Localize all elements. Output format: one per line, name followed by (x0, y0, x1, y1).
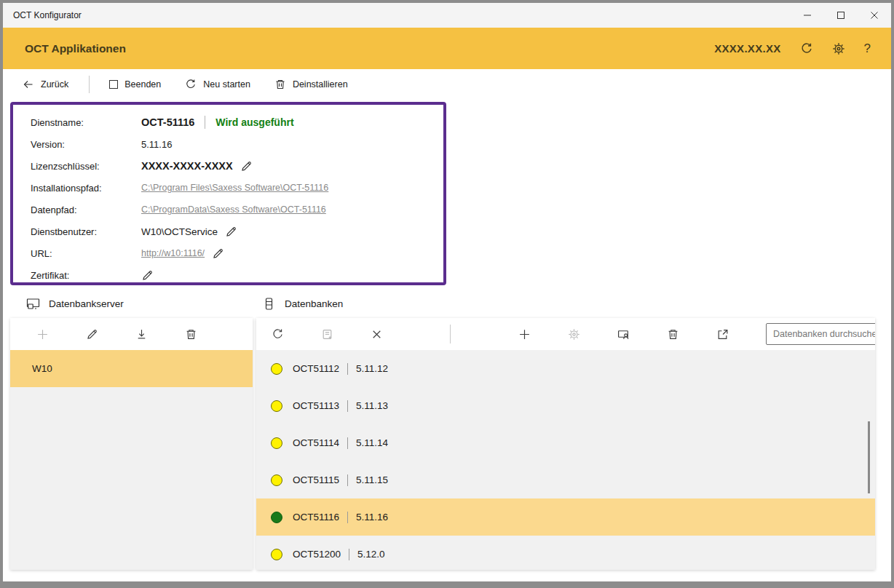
search-databases-input[interactable] (766, 323, 875, 345)
db-separator (347, 437, 348, 449)
db-version: 5.12.0 (357, 549, 385, 560)
databases-section-label: Datenbanken (285, 298, 343, 309)
data-path-label: Datenpfad: (31, 204, 141, 215)
data-path-row: Datenpfad: C:\ProgramData\Saxess Softwar… (31, 199, 443, 220)
version-text: XXXX.XX.XX (714, 42, 780, 55)
databases-list: OCT51112 5.11.12 OCT51113 5.11.13 OCT511… (256, 350, 875, 570)
service-user-label: Dienstbenutzer: (31, 226, 141, 237)
edit-url-icon[interactable] (212, 247, 224, 260)
trash-icon (274, 79, 286, 90)
install-path-label: Installationspfad: (31, 183, 141, 194)
database-list-item[interactable]: OCT51112 5.11.12 (256, 350, 875, 387)
db-name: OCT51115 (293, 474, 339, 485)
database-users-icon[interactable] (617, 328, 630, 341)
license-row: Lizenzschlüssel: XXXX-XXXX-XXXX (31, 155, 443, 177)
minimize-button[interactable] (791, 3, 824, 28)
delete-database-icon[interactable] (667, 328, 679, 341)
db-version: 5.11.13 (356, 400, 388, 411)
databases-toolbar (256, 318, 875, 350)
db-name: OCT51112 (293, 363, 339, 374)
edit-user-icon[interactable] (225, 226, 237, 238)
database-list-item[interactable]: OCT51200 5.12.0 (256, 536, 875, 570)
url-link[interactable]: http://w10:1116/ (141, 248, 205, 258)
service-status-badge: Wird ausgeführt (215, 116, 293, 128)
restart-service-button[interactable]: Neu starten (185, 79, 250, 90)
toolbar-divider (450, 325, 451, 343)
window-title: OCT Konfigurator (3, 10, 791, 20)
maximize-button[interactable] (824, 3, 858, 28)
url-row: URL: http://w10:1116/ (31, 242, 443, 264)
db-status-dot (271, 363, 282, 375)
minimize-icon (803, 11, 812, 20)
export-database-icon[interactable] (716, 328, 729, 341)
servers-section-title: Datenbankserver (26, 297, 124, 311)
action-toolbar: Zurück Beenden Neu starten Deinstalliere… (3, 69, 891, 100)
maximize-icon (836, 11, 845, 20)
import-server-icon[interactable] (135, 328, 148, 341)
database-list-item[interactable]: OCT51115 5.11.15 (256, 461, 875, 498)
db-version: 5.11.16 (356, 512, 388, 523)
db-status-dot (271, 400, 282, 412)
cancel-icon[interactable] (371, 328, 383, 341)
refresh-databases-icon[interactable] (272, 328, 284, 341)
database-list-item[interactable]: OCT51114 5.11.14 (256, 424, 875, 461)
db-version: 5.11.12 (356, 363, 388, 374)
uninstall-button[interactable]: Deinstallieren (274, 79, 348, 90)
db-separator (347, 512, 348, 523)
vertical-scrollbar[interactable] (868, 421, 870, 493)
db-separator (347, 400, 348, 412)
database-list-item[interactable]: OCT51113 5.11.13 (256, 387, 875, 424)
restart-icon (185, 79, 197, 90)
edit-server-icon[interactable] (86, 328, 98, 341)
servers-panel: W10 (10, 318, 253, 570)
servers-list: W10 (10, 350, 253, 387)
add-database-icon[interactable] (518, 328, 531, 341)
back-arrow-icon (23, 79, 34, 90)
back-button[interactable]: Zurück (23, 79, 68, 90)
db-separator (347, 363, 348, 375)
db-name: OCT51116 (293, 512, 339, 523)
stop-service-button[interactable]: Beenden (109, 79, 161, 90)
db-name: OCT51113 (293, 400, 339, 411)
database-settings-icon[interactable] (568, 328, 580, 341)
close-icon (870, 11, 879, 20)
restart-button-label: Neu starten (203, 79, 250, 90)
certificate-label: Zertifikat: (31, 270, 141, 281)
url-label: URL: (31, 248, 141, 259)
install-path-link[interactable]: C:\Program Files\Saxess Software\OCT-511… (141, 183, 328, 193)
database-list-item-selected[interactable]: OCT51116 5.11.16 (256, 498, 875, 536)
db-status-dot (271, 549, 282, 560)
service-user-row: Dienstbenutzer: W10\OCTService (31, 220, 443, 242)
db-separator (347, 474, 348, 486)
edit-certificate-icon[interactable] (141, 269, 154, 282)
report-add-icon[interactable] (321, 328, 333, 341)
toolbar-divider (89, 76, 90, 93)
close-button[interactable] (858, 3, 891, 28)
service-name-row: Dienstname: OCT-51116 Wird ausgeführt (31, 111, 443, 133)
page-title: OCT Applikationen (3, 42, 714, 55)
install-path-row: Installationspfad: C:\Program Files\Saxe… (31, 177, 443, 199)
edit-license-icon[interactable] (240, 160, 253, 172)
header-actions: XXXX.XX.XX ? (714, 41, 891, 56)
gear-icon[interactable] (832, 42, 845, 55)
title-bar: OCT Konfigurator (3, 3, 891, 28)
db-status-dot (271, 437, 282, 449)
server-name: W10 (32, 363, 52, 374)
servers-toolbar (10, 318, 253, 350)
service-name-label: Dienstname: (31, 117, 141, 128)
window-controls (791, 3, 891, 28)
version-label: Version: (31, 139, 141, 150)
databases-section-title: Datenbanken (262, 297, 343, 311)
server-list-item[interactable]: W10 (10, 350, 253, 387)
db-name: OCT51200 (293, 549, 341, 560)
data-path-link[interactable]: C:\ProgramData\Saxess Software\OCT-51116 (141, 204, 326, 215)
devices-icon (26, 297, 40, 311)
add-server-icon[interactable] (36, 328, 49, 341)
refresh-icon[interactable] (800, 42, 813, 55)
delete-server-icon[interactable] (185, 328, 197, 341)
back-button-label: Zurück (41, 79, 68, 90)
db-version: 5.11.14 (356, 437, 388, 448)
license-value: XXXX-XXXX-XXXX (141, 160, 233, 172)
help-icon[interactable]: ? (864, 41, 871, 56)
certificate-row: Zertifikat: (31, 264, 443, 286)
